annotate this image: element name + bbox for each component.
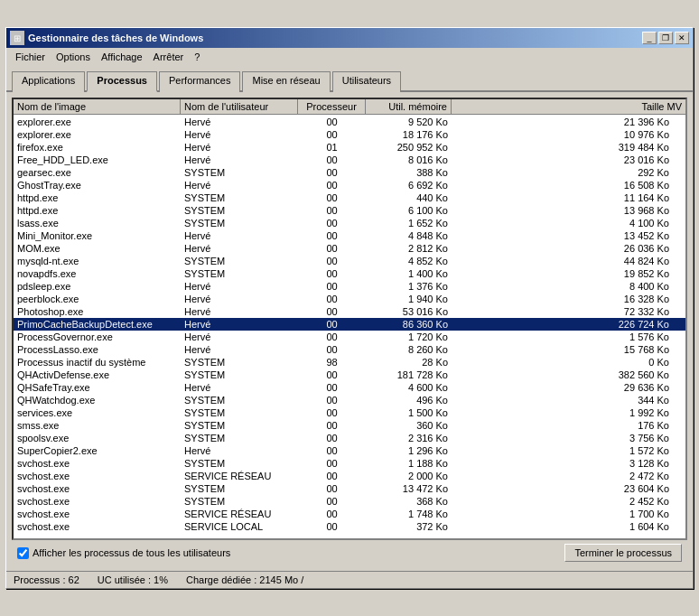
tab-mise-en-reseau[interactable]: Mise en réseau	[242, 71, 330, 92]
cell-size: 15 768 Ko	[452, 343, 685, 356]
table-row[interactable]: smss.exe SYSTEM 00 360 Ko 176 Ko	[14, 419, 685, 432]
tab-performances[interactable]: Performances	[159, 71, 240, 92]
col-header-size[interactable]: Taille MV	[452, 99, 685, 114]
col-header-user[interactable]: Nom de l'utilisateur	[181, 99, 298, 114]
table-row[interactable]: firefox.exe Hervé 01 250 952 Ko 319 484 …	[14, 141, 685, 154]
cell-mem: 8 260 Ko	[366, 343, 452, 356]
table-row[interactable]: SuperCopier2.exe Hervé 00 1 296 Ko 1 572…	[14, 444, 685, 457]
cell-user: Hervé	[181, 305, 298, 318]
cell-mem: 8 016 Ko	[366, 154, 452, 166]
cell-user: Hervé	[181, 141, 298, 154]
cell-cpu: 00	[298, 255, 366, 267]
table-row[interactable]: QHSafeTray.exe Hervé 00 4 600 Ko 29 636 …	[14, 381, 685, 394]
close-button[interactable]: ✕	[675, 32, 689, 44]
cell-mem: 6 100 Ko	[366, 204, 452, 217]
menu-arreter[interactable]: Arrêter	[148, 50, 190, 64]
cell-user: SYSTEM	[181, 495, 298, 508]
cell-size: 13 452 Ko	[452, 229, 685, 242]
table-row[interactable]: services.exe SYSTEM 00 1 500 Ko 1 992 Ko	[14, 406, 685, 419]
cell-cpu: 00	[298, 508, 366, 520]
cell-cpu: 00	[298, 406, 366, 419]
menu-affichage[interactable]: Affichage	[96, 50, 148, 64]
table-body[interactable]: emule.exe Hervé 00 141 356 Ko 132 684 Ko…	[14, 115, 685, 534]
cell-size: 44 824 Ko	[452, 255, 685, 267]
table-row[interactable]: svchost.exe SYSTEM 00 13 472 Ko 23 604 K…	[14, 482, 685, 495]
col-header-mem[interactable]: Util. mémoire	[366, 99, 452, 114]
table-row[interactable]: ProcessGovernor.exe Hervé 00 1 720 Ko 1 …	[14, 331, 685, 343]
terminate-button[interactable]: Terminer le processus	[564, 544, 682, 562]
table-row[interactable]: PrimoCacheBackupDetect.exe Hervé 00 86 3…	[14, 318, 685, 331]
cell-name: svchost.exe	[14, 457, 181, 470]
col-header-cpu[interactable]: Processeur	[298, 99, 366, 114]
cell-size: 344 Ko	[452, 394, 685, 406]
cell-user: SYSTEM	[181, 255, 298, 267]
menu-fichier[interactable]: Fichier	[10, 50, 51, 64]
tab-utilisateurs[interactable]: Utilisateurs	[332, 71, 401, 92]
table-row[interactable]: ProcessLasso.exe Hervé 00 8 260 Ko 15 76…	[14, 343, 685, 356]
cell-size: 23 016 Ko	[452, 154, 685, 166]
cell-user: SERVICE RÉSEAU	[181, 508, 298, 520]
table-row[interactable]: QHWatchdog.exe SYSTEM 00 496 Ko 344 Ko	[14, 394, 685, 406]
cell-name: pdsleep.exe	[14, 280, 181, 293]
table-row[interactable]: QHActivDefense.exe SYSTEM 00 181 728 Ko …	[14, 369, 685, 381]
restore-button[interactable]: ❐	[658, 32, 673, 44]
table-row[interactable]: Processus inactif du système SYSTEM 98 2…	[14, 356, 685, 369]
cell-name: PrimoCacheBackupDetect.exe	[14, 318, 181, 331]
table-row[interactable]: novapdfs.exe SYSTEM 00 1 400 Ko 19 852 K…	[14, 267, 685, 280]
cell-name: MOM.exe	[14, 242, 181, 255]
cell-cpu: 00	[298, 166, 366, 179]
cell-mem: 13 472 Ko	[366, 482, 452, 495]
minimize-button[interactable]: _	[642, 32, 657, 44]
cell-cpu: 00	[298, 280, 366, 293]
table-row[interactable]: httpd.exe SYSTEM 00 440 Ko 11 164 Ko	[14, 191, 685, 204]
col-header-name[interactable]: Nom de l'image	[14, 99, 181, 114]
tab-processus[interactable]: Processus	[87, 71, 157, 92]
cell-cpu: 00	[298, 293, 366, 305]
menu-help[interactable]: ?	[189, 50, 205, 64]
table-row[interactable]: pdsleep.exe Hervé 00 1 376 Ko 8 400 Ko	[14, 280, 685, 293]
table-row[interactable]: Mini_Monitor.exe Hervé 00 4 848 Ko 13 45…	[14, 229, 685, 242]
table-row[interactable]: svchost.exe SERVICE RÉSEAU 00 2 000 Ko 2…	[14, 470, 685, 482]
table-row[interactable]: gearsec.exe SYSTEM 00 388 Ko 292 Ko	[14, 166, 685, 179]
cell-mem: 360 Ko	[366, 419, 452, 432]
cell-name: QHSafeTray.exe	[14, 381, 181, 394]
table-row[interactable]: Photoshop.exe Hervé 00 53 016 Ko 72 332 …	[14, 305, 685, 318]
tab-applications[interactable]: Applications	[12, 71, 85, 92]
cell-name: Processus inactif du système	[14, 356, 181, 369]
table-row[interactable]: peerblock.exe Hervé 00 1 940 Ko 16 328 K…	[14, 293, 685, 305]
cell-name: mysqld-nt.exe	[14, 255, 181, 267]
cell-mem: 86 360 Ko	[366, 318, 452, 331]
table-row[interactable]: svchost.exe SERVICE LOCAL 00 372 Ko 1 60…	[14, 520, 685, 533]
table-row[interactable]: spoolsv.exe SYSTEM 00 2 316 Ko 3 756 Ko	[14, 432, 685, 444]
table-row[interactable]: svchost.exe SYSTEM 00 1 188 Ko 3 128 Ko	[14, 457, 685, 470]
cell-name: svchost.exe	[14, 533, 181, 534]
table-row[interactable]: explorer.exe Hervé 00 9 520 Ko 21 396 Ko	[14, 116, 685, 128]
table-row[interactable]: svchost.exe SYSTEM 00 368 Ko 2 452 Ko	[14, 495, 685, 508]
titlebar-left: ⊞ Gestionnaire des tâches de Windows	[10, 31, 203, 45]
show-all-checkbox[interactable]	[17, 547, 29, 559]
cell-user: Hervé	[181, 280, 298, 293]
cell-mem: 181 728 Ko	[366, 369, 452, 381]
cell-mem: 18 176 Ko	[366, 128, 452, 141]
table-row[interactable]: httpd.exe SYSTEM 00 6 100 Ko 13 968 Ko	[14, 204, 685, 217]
cell-cpu: 00	[298, 191, 366, 204]
menu-options[interactable]: Options	[51, 50, 96, 64]
table-row[interactable]: svchost.exe SERVICE RÉSEAU 00 1 748 Ko 1…	[14, 508, 685, 520]
cell-mem: 368 Ko	[366, 495, 452, 508]
menubar: Fichier Options Affichage Arrêter ?	[6, 48, 693, 66]
cell-user: Hervé	[181, 229, 298, 242]
table-row[interactable]: svchost.exe SYSTEM 00 2 468 Ko 11 252 Ko	[14, 533, 685, 534]
cell-size: 23 604 Ko	[452, 482, 685, 495]
table-row[interactable]: explorer.exe Hervé 00 18 176 Ko 10 976 K…	[14, 128, 685, 141]
cell-user: SYSTEM	[181, 394, 298, 406]
table-row[interactable]: mysqld-nt.exe SYSTEM 00 4 852 Ko 44 824 …	[14, 255, 685, 267]
table-row[interactable]: MOM.exe Hervé 00 2 812 Ko 26 036 Ko	[14, 242, 685, 255]
cell-user: Hervé	[181, 343, 298, 356]
table-row[interactable]: GhostTray.exe Hervé 00 6 692 Ko 16 508 K…	[14, 179, 685, 191]
table-row[interactable]: Free_HDD_LED.exe Hervé 00 8 016 Ko 23 01…	[14, 154, 685, 166]
cell-cpu: 00	[298, 318, 366, 331]
cell-cpu: 00	[298, 305, 366, 318]
table-row[interactable]: lsass.exe SYSTEM 00 1 652 Ko 4 100 Ko	[14, 217, 685, 229]
cell-cpu: 00	[298, 128, 366, 141]
cell-cpu: 00	[298, 267, 366, 280]
